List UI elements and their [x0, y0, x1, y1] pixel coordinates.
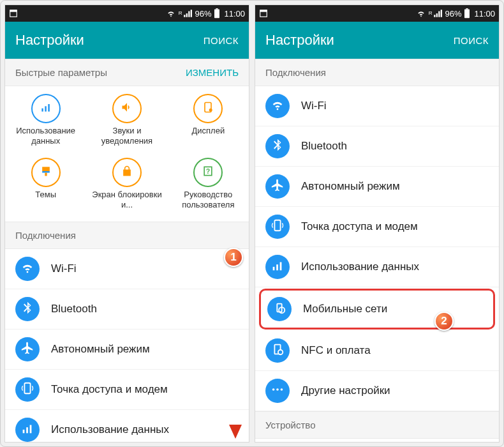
- svg-rect-20: [464, 10, 470, 19]
- svg-rect-9: [42, 167, 50, 172]
- item-label: NFC и оплата: [301, 344, 371, 357]
- item-label: Bluetooth: [301, 140, 347, 153]
- svg-rect-11: [45, 173, 47, 176]
- item-data-usage[interactable]: Использование данных: [5, 410, 249, 442]
- annotation-step-2: 2: [434, 312, 454, 331]
- quick-params-header: Быстрые параметры ИЗМЕНИТЬ: [5, 59, 249, 86]
- signal-icon: [433, 9, 442, 18]
- quick-label: Экран блокировки и...: [89, 190, 165, 209]
- bars-icon: [40, 101, 52, 116]
- svg-text:?: ?: [206, 168, 210, 175]
- wifi-icon: [20, 261, 34, 278]
- svg-point-8: [209, 109, 212, 112]
- roaming-r: R: [179, 11, 182, 16]
- wifi-icon: [416, 9, 426, 18]
- bars-icon: [20, 421, 34, 439]
- page-title: Настройки: [265, 32, 334, 49]
- device-header: Устройство: [255, 411, 499, 439]
- svg-rect-21: [466, 8, 468, 10]
- phone-left: R 96% 11:00 Настройки ПОИСК Быстрые пара…: [4, 4, 249, 443]
- item-label: Wi-Fi: [51, 262, 77, 275]
- item-label: Автономный режим: [301, 180, 400, 193]
- lock-icon: [121, 165, 133, 180]
- status-bar: R 96% 11:00: [5, 5, 249, 22]
- signal-icon: [183, 9, 192, 18]
- item-hotspot[interactable]: Точка доступа и модем: [255, 207, 499, 247]
- screenshot-icon: [9, 9, 18, 18]
- nfc-icon: [271, 342, 285, 360]
- svg-point-32: [281, 388, 283, 391]
- status-bar: R 96% 11:00: [255, 5, 499, 22]
- quick-label: Темы: [35, 190, 56, 200]
- svg-point-30: [272, 388, 275, 391]
- item-mobile-networks[interactable]: Мобильные сети: [259, 289, 495, 330]
- search-button[interactable]: ПОИСК: [204, 35, 239, 46]
- bluetooth-icon: [20, 301, 34, 318]
- svg-rect-24: [276, 264, 278, 270]
- quick-lockscreen[interactable]: Экран блокировки и...: [86, 155, 167, 219]
- svg-rect-15: [23, 429, 25, 433]
- wifi-icon: [271, 98, 285, 115]
- connections-label: Подключения: [15, 230, 76, 241]
- hotspot-icon: [271, 218, 285, 236]
- device-label: Устройство: [265, 420, 315, 430]
- svg-rect-25: [280, 262, 282, 270]
- quick-params-label: Быстрые параметры: [15, 67, 107, 78]
- svg-rect-3: [216, 8, 218, 10]
- quick-label: Использование данных: [8, 126, 84, 146]
- item-label: Точка доступа и модем: [301, 220, 418, 233]
- quick-themes[interactable]: Темы: [5, 155, 86, 219]
- quick-label: Дисплей: [191, 126, 225, 136]
- svg-rect-22: [274, 220, 280, 231]
- item-wifi[interactable]: Wi-Fi: [255, 86, 499, 126]
- item-airplane[interactable]: Автономный режим: [5, 330, 249, 370]
- airplane-icon: [20, 341, 34, 358]
- search-button[interactable]: ПОИСК: [454, 35, 489, 46]
- mobile-networks-icon: [272, 301, 286, 318]
- quick-grid: Использование данных Звуки и уведомления…: [5, 86, 249, 222]
- item-sounds-notifications[interactable]: Звуки и уведомления: [255, 439, 499, 442]
- item-bluetooth[interactable]: Bluetooth: [5, 289, 249, 330]
- speaker-icon: [121, 101, 133, 116]
- airplane-icon: [271, 178, 285, 195]
- svg-point-29: [278, 349, 283, 354]
- item-wifi[interactable]: Wi-Fi: [5, 249, 249, 289]
- connections-header: Подключения: [5, 222, 249, 249]
- quick-label: Звуки и уведомления: [89, 126, 165, 146]
- help-book-icon: ?: [202, 165, 214, 180]
- item-more-settings[interactable]: Другие настройки: [255, 371, 499, 411]
- svg-rect-5: [45, 107, 47, 112]
- item-nfc[interactable]: NFC и оплата: [255, 331, 499, 371]
- item-label: Использование данных: [301, 261, 419, 273]
- edit-button[interactable]: ИЗМЕНИТЬ: [186, 67, 239, 78]
- quick-manual[interactable]: ? Руководство пользователя: [168, 155, 249, 219]
- item-label: Мобильные сети: [303, 303, 387, 315]
- app-titlebar: Настройки ПОИСК: [255, 22, 499, 59]
- item-airplane[interactable]: Автономный режим: [255, 167, 499, 207]
- screenshot-icon: [259, 9, 268, 18]
- item-hotspot[interactable]: Точка доступа и модем: [5, 370, 249, 410]
- item-bluetooth[interactable]: Bluetooth: [255, 126, 499, 167]
- quick-display[interactable]: Дисплей: [168, 91, 249, 155]
- svg-rect-6: [48, 104, 50, 112]
- battery-icon: [464, 8, 470, 19]
- connections-label: Подключения: [265, 67, 326, 78]
- battery-percent: 96%: [445, 9, 461, 19]
- app-titlebar: Настройки ПОИСК: [5, 22, 249, 59]
- roaming-r: R: [429, 11, 433, 16]
- bars-icon: [271, 259, 285, 276]
- item-label: Wi-Fi: [301, 100, 327, 112]
- svg-marker-34: [229, 425, 242, 439]
- item-data-usage[interactable]: Использование данных: [255, 247, 499, 287]
- clock: 11:00: [224, 9, 245, 19]
- item-label: Другие настройки: [301, 384, 390, 397]
- svg-rect-1: [10, 10, 17, 12]
- more-icon: [271, 383, 285, 400]
- svg-point-31: [276, 388, 279, 391]
- item-label: Автономный режим: [51, 343, 150, 356]
- quick-sounds[interactable]: Звуки и уведомления: [86, 91, 167, 155]
- battery-percent: 96%: [195, 9, 211, 19]
- svg-rect-14: [24, 383, 30, 393]
- quick-data-usage[interactable]: Использование данных: [5, 91, 86, 155]
- svg-rect-2: [214, 10, 219, 19]
